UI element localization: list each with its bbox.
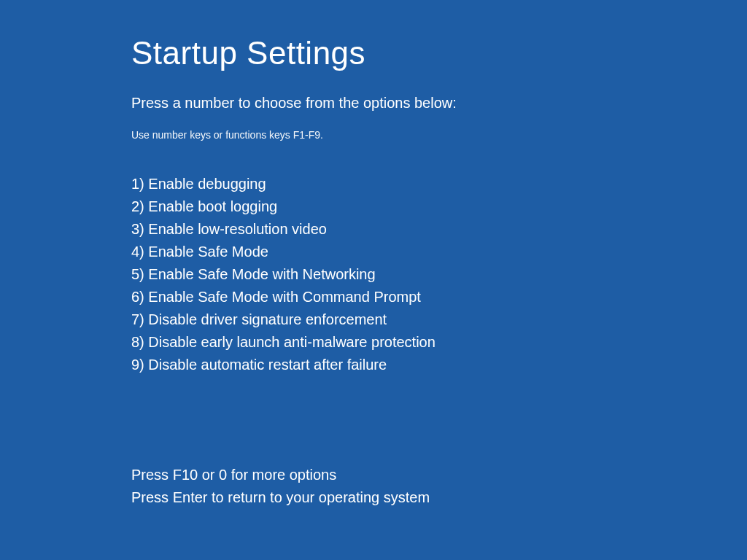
option-4[interactable]: 4) Enable Safe Mode [131, 241, 747, 263]
option-2[interactable]: 2) Enable boot logging [131, 195, 747, 218]
option-3[interactable]: 3) Enable low-resolution video [131, 218, 747, 241]
option-7[interactable]: 7) Disable driver signature enforcement [131, 308, 747, 331]
more-options-text: Press F10 or 0 for more options [131, 464, 747, 486]
option-8[interactable]: 8) Disable early launch anti-malware pro… [131, 331, 747, 354]
hint-text: Use number keys or functions keys F1-F9. [131, 129, 747, 141]
subtitle: Press a number to choose from the option… [131, 95, 747, 112]
option-1[interactable]: 1) Enable debugging [131, 173, 747, 195]
option-6[interactable]: 6) Enable Safe Mode with Command Prompt [131, 286, 747, 308]
options-list: 1) Enable debugging 2) Enable boot loggi… [131, 173, 747, 376]
option-5[interactable]: 5) Enable Safe Mode with Networking [131, 263, 747, 286]
option-9[interactable]: 9) Disable automatic restart after failu… [131, 354, 747, 376]
return-text: Press Enter to return to your operating … [131, 486, 747, 509]
page-title: Startup Settings [131, 35, 747, 71]
startup-settings-screen: Startup Settings Press a number to choos… [0, 0, 747, 509]
footer-instructions: Press F10 or 0 for more options Press En… [131, 464, 747, 509]
